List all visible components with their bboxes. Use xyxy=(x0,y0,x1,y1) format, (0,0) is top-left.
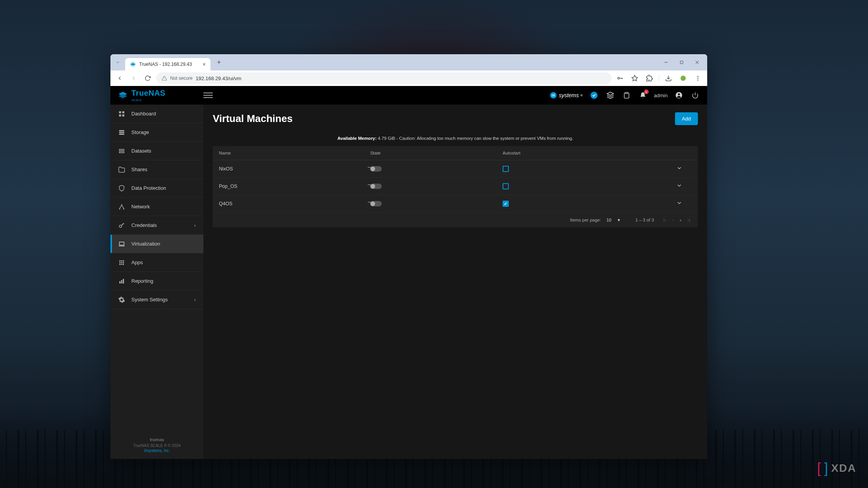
page-size-select[interactable]: 10 ▾ xyxy=(605,217,628,223)
svg-point-15 xyxy=(698,78,699,79)
logo-text: TrueNAS xyxy=(131,89,165,98)
svg-rect-55 xyxy=(123,264,124,265)
footer-company[interactable]: iXsystems, Inc. xyxy=(117,448,197,453)
window-minimize-button[interactable] xyxy=(658,56,674,69)
svg-point-25 xyxy=(678,93,680,95)
browser-tab-active[interactable]: TrueNAS - 192.168.29.43 × xyxy=(125,58,210,70)
svg-rect-29 xyxy=(119,114,121,116)
svg-rect-50 xyxy=(119,262,121,263)
svg-line-39 xyxy=(120,205,122,208)
sidebar-item-network[interactable]: Network xyxy=(110,198,203,216)
autostart-checkbox[interactable] xyxy=(503,183,509,189)
sidebar-item-data-protection[interactable]: Data Protection xyxy=(110,179,203,198)
add-button[interactable]: Add xyxy=(675,112,698,125)
alerts-icon[interactable]: 1 xyxy=(638,90,648,100)
svg-line-44 xyxy=(122,224,123,225)
sidebar-footer: truenas TrueNAS SCALE ® © 2024 iXsystems… xyxy=(110,431,203,459)
back-button[interactable] xyxy=(114,73,125,84)
first-page-button[interactable]: |‹ xyxy=(662,217,668,223)
prev-page-button[interactable]: ‹ xyxy=(670,217,675,223)
svg-point-38 xyxy=(123,208,124,209)
svg-point-14 xyxy=(698,76,699,77)
sidebar-item-label: Datasets xyxy=(131,148,151,154)
tab-favicon-icon xyxy=(130,61,136,67)
shares-icon xyxy=(118,166,125,173)
password-manager-icon[interactable] xyxy=(615,73,625,84)
main-content: Virtual Machines Add Available Memory: 4… xyxy=(203,105,707,459)
autostart-checkbox[interactable] xyxy=(503,201,509,207)
datasets-icon xyxy=(118,148,125,155)
storage-icon xyxy=(118,129,125,136)
logo-icon xyxy=(117,91,128,100)
jobs-icon[interactable] xyxy=(622,90,632,100)
next-page-button[interactable]: › xyxy=(678,217,683,223)
sidebar-item-reporting[interactable]: Reporting xyxy=(110,272,203,290)
notification-badge: 1 xyxy=(644,89,649,94)
column-state[interactable]: State xyxy=(370,151,503,155)
svg-rect-54 xyxy=(121,264,122,265)
tab-title: TrueNAS - 192.168.29.43 xyxy=(139,62,200,67)
svg-rect-45 xyxy=(119,242,124,245)
browser-window: TrueNAS - 192.168.29.43 × + No xyxy=(110,54,707,459)
svg-rect-34 xyxy=(119,149,124,150)
sidebar-item-virtualization[interactable]: Virtualization xyxy=(110,235,203,253)
column-name[interactable]: Name xyxy=(219,151,370,155)
sidebar-item-datasets[interactable]: Datasets xyxy=(110,142,203,160)
logo[interactable]: TrueNAS SCALE xyxy=(117,89,203,102)
window-close-button[interactable] xyxy=(689,56,705,69)
memory-notice: Available Memory: 4.79 GiB - Caution: Al… xyxy=(213,136,698,141)
sidebar-toggle-button[interactable] xyxy=(203,91,213,100)
table-row[interactable]: Pop_OS xyxy=(213,178,698,195)
column-autostart[interactable]: Autostart xyxy=(503,151,676,155)
tab-search-button[interactable] xyxy=(114,58,122,67)
state-toggle[interactable] xyxy=(370,184,382,189)
chevron-right-icon: › xyxy=(194,297,196,302)
memory-label: Available Memory: xyxy=(338,136,377,141)
state-toggle[interactable] xyxy=(370,166,382,172)
table-row[interactable]: Q4OS xyxy=(213,195,698,213)
apps-icon xyxy=(118,259,125,266)
sidebar-item-credentials[interactable]: Credentials › xyxy=(110,216,203,235)
expand-row-icon[interactable] xyxy=(676,201,682,207)
reload-button[interactable] xyxy=(142,73,153,84)
tab-close-icon[interactable]: × xyxy=(203,61,206,67)
watermark-text: XDA xyxy=(831,462,856,474)
company-logo[interactable]: iX systems® xyxy=(549,91,582,99)
forward-button[interactable] xyxy=(128,73,139,84)
window-maximize-button[interactable] xyxy=(674,56,689,69)
svg-point-13 xyxy=(680,76,686,81)
security-status: Not secure xyxy=(170,76,193,81)
power-icon[interactable] xyxy=(690,90,700,100)
downloads-icon[interactable] xyxy=(663,73,674,84)
expand-row-icon[interactable] xyxy=(676,183,682,190)
sidebar-item-system-settings[interactable]: System Settings › xyxy=(110,290,203,309)
svg-rect-30 xyxy=(122,114,124,116)
svg-point-36 xyxy=(121,204,122,205)
svg-point-37 xyxy=(119,208,120,209)
footer-hostname: truenas xyxy=(117,437,197,442)
new-tab-button[interactable]: + xyxy=(214,57,224,68)
sidebar-item-storage[interactable]: Storage xyxy=(110,123,203,142)
sidebar-item-dashboard[interactable]: Dashboard xyxy=(110,105,203,123)
table-header: Name State Autostart xyxy=(213,146,698,160)
autostart-checkbox[interactable] xyxy=(503,166,509,172)
svg-rect-33 xyxy=(119,134,124,135)
state-toggle[interactable] xyxy=(370,201,382,206)
bookmark-star-icon[interactable] xyxy=(629,73,640,84)
laptop-icon xyxy=(118,241,125,247)
footer-copyright: TrueNAS SCALE ® © 2024 xyxy=(117,443,197,448)
sidebar-item-apps[interactable]: Apps xyxy=(110,253,203,272)
browser-menu-icon[interactable] xyxy=(692,73,703,84)
svg-rect-52 xyxy=(123,262,124,263)
status-icon[interactable] xyxy=(605,90,615,100)
expand-row-icon[interactable] xyxy=(676,166,682,172)
extension-badge-icon[interactable] xyxy=(678,73,689,84)
sidebar-item-shares[interactable]: Shares xyxy=(110,160,203,179)
truecommand-icon[interactable] xyxy=(589,90,599,100)
extensions-icon[interactable] xyxy=(644,73,655,84)
table-row[interactable]: NixOS xyxy=(213,160,698,178)
last-page-button[interactable]: ›| xyxy=(686,217,692,223)
url-field[interactable]: Not secure 192.168.29.43/ui/vm xyxy=(156,72,611,84)
gear-icon xyxy=(118,296,125,303)
user-menu-icon[interactable] xyxy=(674,90,684,100)
